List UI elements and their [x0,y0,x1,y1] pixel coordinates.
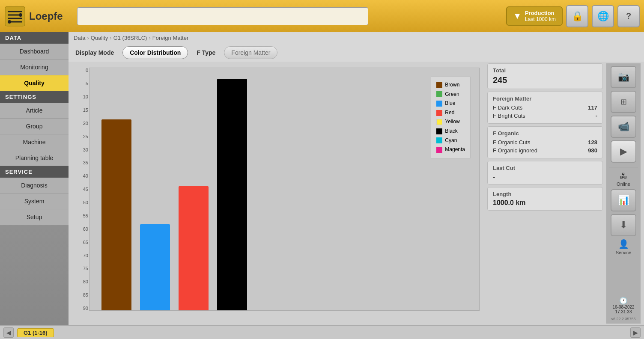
bars-area [93,71,476,310]
f-dark-cuts-label: F Dark Cuts [493,104,522,111]
video-icon: 📹 [618,121,629,132]
sidebar: DATA Dashboard Monitoring Quality SETTIN… [0,32,69,325]
sidebar-item-setup[interactable]: Setup [0,209,69,225]
expand-button[interactable]: ⊞ [611,91,636,113]
camera-button[interactable]: 📷 [611,66,636,88]
service-area[interactable]: 👤 Service [616,239,632,255]
logo-area: Loepfe [4,6,73,27]
production-badge[interactable]: ▼ Production Last 1000 km [506,6,563,26]
sidebar-item-quality[interactable]: Quality [0,75,69,91]
chart-button[interactable]: 📊 [611,189,636,211]
logo-text: Loepfe [29,10,63,22]
clock-icon: 🕐 [619,297,628,304]
bottom-bar: ◀ G1 (1-16) ▶ [0,325,644,339]
bar-blue [140,224,170,310]
service-person-icon: 👤 [618,239,629,249]
display-mode-label: Display Mode [75,49,114,56]
header-right: ▼ Production Last 1000 km 🔒 🌐 ? [506,5,640,27]
f-organic-ignored-value: 980 [588,147,597,154]
network-icon: 🖧 [620,172,627,181]
last-cut-card: Last Cut - [487,161,603,184]
sidebar-item-planning-table[interactable]: Planning table [0,150,69,166]
bottom-left-arrow[interactable]: ◀ [3,327,14,338]
f-dark-cuts-value: 117 [588,104,597,111]
foreign-matter-card: Foreign Matter F Dark Cuts 117 F Bright … [487,92,603,124]
breadcrumb-quality[interactable]: Quality [91,35,108,41]
sidebar-item-system[interactable]: System [0,193,69,209]
right-panel: 📷 ⊞ 📹 ▶ 🖧 Online 📊 [606,63,641,324]
sidebar-item-diagnosis[interactable]: Diagnosis [0,178,69,193]
production-label: Production [525,10,556,17]
legend-color-red [436,110,442,116]
legend-brown: Brown [436,80,465,90]
download-icon: ⬇ [620,220,627,231]
display-mode-bar: Display Mode Color Distribution F Type F… [69,44,644,62]
legend-color-black [436,128,442,134]
production-text: Production Last 1000 km [525,10,556,23]
breadcrumb: Data › Quality › G1 (36SRLC) › Foreign M… [69,32,644,44]
stats-panel: Total 245 Foreign Matter F Dark Cuts 117… [487,63,603,324]
datetime-area: 🕐 16-08-2022 17:31:33 [612,297,634,314]
sidebar-item-monitoring[interactable]: Monitoring [0,59,69,75]
svg-point-4 [19,13,22,17]
bottom-right-arrow[interactable]: ▶ [630,327,641,338]
sidebar-item-machine[interactable]: Machine [0,134,69,150]
color-distribution-button[interactable]: Color Distribution [122,46,188,59]
settings-section-header: SETTINGS [0,91,69,103]
breadcrumb-foreign-matter[interactable]: Foreign Matter [152,35,189,41]
legend-color-brown [436,82,442,88]
f-organic-ignored-label: F Organic ignored [493,147,537,154]
chart-container: 90 85 80 75 70 65 60 55 50 45 40 35 30 2… [72,63,484,324]
help-button[interactable]: ? [617,5,640,27]
f-dark-cuts-row: F Dark Cuts 117 [493,104,597,112]
play-icon: ▶ [620,146,627,157]
f-organic-ignored-row: F Organic ignored 980 [493,146,597,155]
camera-icon: 📷 [618,71,629,83]
search-input[interactable] [77,7,368,25]
breadcrumb-g1[interactable]: G1 (36SRLC) [113,35,147,41]
breadcrumb-data[interactable]: Data [74,35,85,41]
legend-color-yellow [436,119,442,125]
f-organic-cuts-label: F Organic Cuts [493,139,530,146]
bar-black [217,79,247,310]
content-area: Data › Quality › G1 (36SRLC) › Foreign M… [69,32,644,325]
version-text: v6.22.2.35755 [611,317,635,321]
legend-yellow: Yellow [436,117,465,127]
lock-icon: 🔒 [572,11,583,22]
sidebar-item-article[interactable]: Article [0,103,69,119]
main-layout: DATA Dashboard Monitoring Quality SETTIN… [0,32,644,325]
globe-icon: 🌐 [597,11,609,22]
legend-color-cyan [436,137,442,143]
date-text: 16-08-2022 [612,305,634,309]
chart-stats-row: 90 85 80 75 70 65 60 55 50 45 40 35 30 2… [69,62,644,325]
sidebar-item-group[interactable]: Group [0,119,69,134]
total-label: Total [493,67,597,74]
online-status: 🖧 Online [617,172,630,187]
service-label: Service [616,250,632,255]
f-bright-cuts-row: F Bright Cuts - [493,112,597,120]
f-organic-card: F Organic F Organic Cuts 128 F Organic i… [487,126,603,158]
legend-color-blue [436,101,442,107]
download-button[interactable]: ⬇ [611,214,636,236]
play-button[interactable]: ▶ [611,140,636,163]
f-organic-cuts-value: 128 [588,139,597,146]
legend-blue: Blue [436,99,465,108]
chart-icon: 📊 [618,195,629,206]
filter-icon: ▼ [513,11,522,21]
video-button[interactable]: 📹 [611,116,636,138]
last-cut-value: - [493,173,597,181]
last-cut-label: Last Cut [493,165,597,171]
expand-icon: ⊞ [620,97,627,107]
sidebar-item-dashboard[interactable]: Dashboard [0,44,69,59]
ftype-label: F Type [197,49,215,56]
legend-red: Red [436,108,465,118]
time-text: 17:31:33 [612,309,634,314]
foreign-matter-button[interactable]: Foreign Matter [224,46,277,59]
chart-legend: Brown Green Blue Red [431,77,471,158]
bottom-tab-g1[interactable]: G1 (1-16) [17,328,54,337]
online-label: Online [617,181,630,187]
lock-button[interactable]: 🔒 [566,5,588,27]
globe-button[interactable]: 🌐 [592,5,614,27]
foreign-matter-label: Foreign Matter [493,95,597,102]
total-card: Total 245 [487,63,603,89]
